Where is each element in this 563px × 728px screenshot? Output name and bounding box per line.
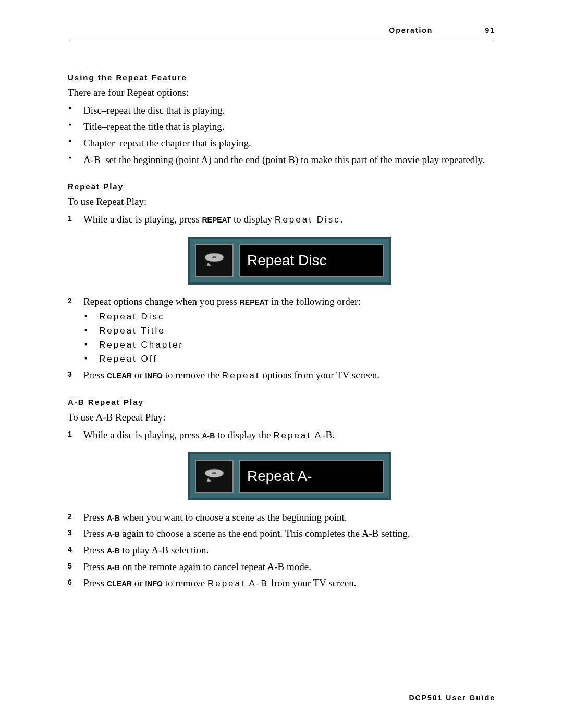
key-repeat: REPEAT xyxy=(202,216,231,224)
disc-icon xyxy=(195,460,234,493)
intro-repeat-play: To use Repeat Play: xyxy=(68,195,495,208)
osd-panel: Repeat Disc xyxy=(188,237,391,285)
page: Operation 91 Using the Repeat Feature Th… xyxy=(0,0,563,728)
key-ab: A-B xyxy=(107,563,120,572)
key-info: INFO xyxy=(145,372,162,380)
list-item: Disc–repeat the disc that is playing. xyxy=(83,104,495,117)
list-item: Repeat Off xyxy=(99,353,495,365)
step-text: Repeat options change when you press xyxy=(83,296,240,307)
svg-point-3 xyxy=(212,472,216,474)
list-item: Repeat Title xyxy=(99,325,495,337)
page-number: 91 xyxy=(485,26,495,34)
step-text: Press xyxy=(83,369,107,380)
osd-ref: Repeat A-B xyxy=(207,578,268,588)
list-item: Repeat Chapter xyxy=(99,339,495,351)
repeat-cycle-list: Repeat Disc Repeat Title Repeat Chapter … xyxy=(83,311,495,365)
step: While a disc is playing, press A-B to di… xyxy=(83,428,495,500)
intro-ab-repeat-play: To use A-B Repeat Play: xyxy=(68,411,495,424)
step-text: in the following order: xyxy=(268,296,360,307)
step: Press A-B when you want to choose a scen… xyxy=(83,511,495,524)
step-text: While a disc is playing, press xyxy=(83,429,202,440)
step-text: . xyxy=(340,214,343,225)
list-item: Title–repeat the title that is playing. xyxy=(83,120,495,133)
step-text: to remove the xyxy=(163,369,222,380)
key-clear: CLEAR xyxy=(107,372,132,380)
step-text: on the remote again to cancel repeat A-B… xyxy=(120,561,311,572)
step: Press CLEAR or INFO to remove the Repeat… xyxy=(83,368,495,382)
step-text: options from your TV screen. xyxy=(260,369,380,380)
step: Repeat options change when you press REP… xyxy=(83,295,495,365)
list-item: A-B–set the beginning (point A) and the … xyxy=(83,153,495,167)
osd-ref: Repeat xyxy=(222,371,260,380)
disc-icon xyxy=(195,244,234,277)
step-text: Press xyxy=(83,528,107,539)
svg-point-1 xyxy=(212,256,216,258)
key-clear: CLEAR xyxy=(107,579,132,588)
osd-label: Repeat Disc xyxy=(239,244,384,277)
key-info: INFO xyxy=(145,579,162,588)
page-header: Operation 91 xyxy=(68,26,495,39)
ab-repeat-play-steps: While a disc is playing, press A-B to di… xyxy=(68,428,495,590)
step-text: to remove xyxy=(163,577,207,588)
step: While a disc is playing, press REPEAT to… xyxy=(83,213,495,285)
step-text: -B. xyxy=(322,429,335,440)
step-text: to display the xyxy=(215,429,273,440)
list-item: Chapter–repeat the chapter that is playi… xyxy=(83,137,495,150)
step: Press A-B on the remote again to cancel … xyxy=(83,560,495,574)
step-text: Press xyxy=(83,545,107,556)
step: Press A-B again to choose a scene as the… xyxy=(83,527,495,540)
key-ab: A-B xyxy=(107,514,120,522)
osd-figure-repeat-disc: Repeat Disc xyxy=(188,237,391,285)
heading-repeat-feature: Using the Repeat Feature xyxy=(68,73,495,82)
repeat-play-steps: While a disc is playing, press REPEAT to… xyxy=(68,213,495,382)
step-text: again to choose a scene as the end point… xyxy=(120,528,410,539)
key-ab: A-B xyxy=(107,547,120,555)
step-text: or xyxy=(132,369,145,380)
step: Press A-B to play A-B selection. xyxy=(83,544,495,557)
osd-ref: Repeat A xyxy=(273,430,322,440)
step-text: Press xyxy=(83,577,107,588)
step-text: when you want to choose a scene as the b… xyxy=(120,512,347,523)
step-text: or xyxy=(132,577,145,588)
heading-ab-repeat-play: A-B Repeat Play xyxy=(68,398,495,406)
step-text: to play A-B selection. xyxy=(120,545,209,556)
step-text: from your TV screen. xyxy=(268,577,357,588)
header-section: Operation xyxy=(389,26,433,34)
osd-label: Repeat A- xyxy=(239,460,384,493)
osd-ref: Repeat Disc xyxy=(275,215,340,225)
heading-repeat-play: Repeat Play xyxy=(68,182,495,191)
step-text: Press xyxy=(83,561,107,572)
osd-figure-repeat-a: Repeat A- xyxy=(188,452,391,500)
osd-panel: Repeat A- xyxy=(188,452,391,500)
intro-repeat-feature: There are four Repeat options: xyxy=(68,86,495,100)
key-repeat: REPEAT xyxy=(240,298,269,306)
step-text: Press xyxy=(83,512,107,523)
repeat-options-list: Disc–repeat the disc that is playing. Ti… xyxy=(68,104,495,167)
list-item: Repeat Disc xyxy=(99,311,495,323)
footer-guide-title: DCP501 User Guide xyxy=(409,694,496,702)
step-text: to display xyxy=(231,214,275,225)
key-ab: A-B xyxy=(202,431,215,440)
key-ab: A-B xyxy=(107,530,120,538)
step: Press CLEAR or INFO to remove Repeat A-B… xyxy=(83,576,495,590)
step-text: While a disc is playing, press xyxy=(83,214,202,225)
